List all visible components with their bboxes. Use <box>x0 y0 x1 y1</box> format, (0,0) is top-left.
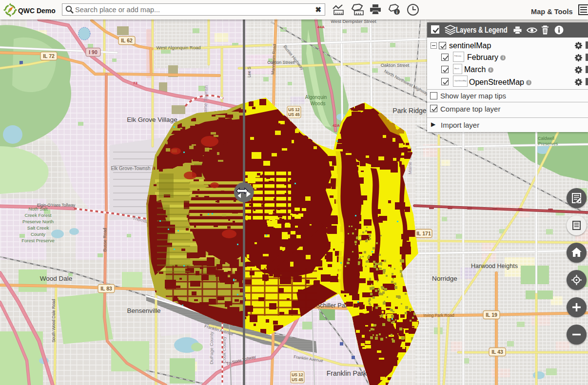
svg-text:IL 72: IL 72 <box>43 53 55 59</box>
svg-text:US 45: US 45 <box>288 112 300 117</box>
svg-text:IL 171: IL 171 <box>416 231 431 236</box>
svg-text:Forest Preserve: Forest Preserve <box>21 238 55 243</box>
svg-text:Elgin-O’Hare Tollway: Elgin-O’Hare Tollway <box>37 203 76 208</box>
svg-text:Irving Park Road: Irving Park Road <box>423 313 454 318</box>
svg-text:Elk Grove Village: Elk Grove Village <box>127 116 177 123</box>
svg-text:Busse Road: Busse Road <box>102 228 107 251</box>
svg-text:Wood Dale: Wood Dale <box>40 275 73 282</box>
svg-text:Creek Forest: Creek Forest <box>25 212 52 218</box>
svg-text:US 45: US 45 <box>292 377 303 382</box>
svg-text:Bensenville: Bensenville <box>127 307 160 314</box>
svg-text:Preserves: Preserves <box>538 141 558 146</box>
svg-text:South Wood Dale Road: South Wood Dale Road <box>51 299 56 342</box>
svg-text:Algonquin: Algonquin <box>305 95 327 100</box>
svg-text:Woods: Woods <box>311 101 326 106</box>
svg-text:I 90: I 90 <box>89 49 98 55</box>
svg-text:Franklin Park: Franklin Park <box>327 369 367 377</box>
svg-text:Elk Grove-Townsh: Elk Grove-Townsh <box>111 166 150 171</box>
svg-text:Oakton Street: Oakton Street <box>381 62 410 68</box>
svg-text:Norridge: Norridge <box>432 275 457 282</box>
svg-text:Preserve North: Preserve North <box>22 219 54 224</box>
svg-text:Harwood Heights: Harwood Heights <box>471 263 518 270</box>
svg-text:73: 73 <box>133 81 137 85</box>
svg-text:Caldwell: Caldwell <box>538 136 554 141</box>
svg-text:DuPage County: DuPage County <box>209 331 214 364</box>
svg-text:Cook County: Cook County <box>221 336 227 363</box>
svg-text:Lee S: Lee S <box>247 67 252 78</box>
svg-text:i: i <box>396 10 398 15</box>
svg-text:44A: 44A <box>317 25 325 29</box>
svg-text:US 12: US 12 <box>288 107 300 112</box>
svg-text:Maine Townsh: Maine Townsh <box>202 85 209 116</box>
svg-text:IL 83: IL 83 <box>100 286 112 291</box>
svg-text:US 12: US 12 <box>292 372 303 377</box>
svg-text:42A: 42A <box>333 123 340 128</box>
svg-text:West Algonquin Road: West Algonquin Road <box>156 45 200 50</box>
svg-text:Salt Creek: Salt Creek <box>27 225 49 231</box>
svg-text:Park Ridge: Park Ridge <box>392 107 426 115</box>
svg-text:IL 43: IL 43 <box>491 349 503 355</box>
svg-text:County: County <box>31 231 45 237</box>
svg-text:IL 19: IL 19 <box>486 312 497 318</box>
svg-text:IL 62: IL 62 <box>121 38 133 43</box>
